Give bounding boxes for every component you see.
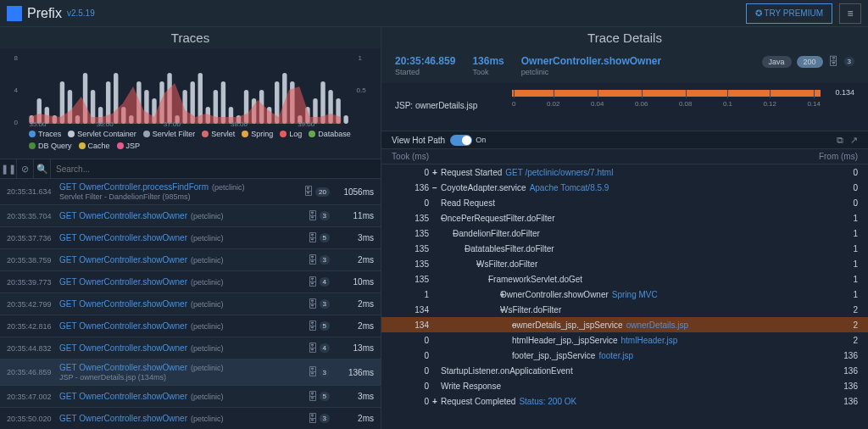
legend-item: Servlet Filter [143,130,196,138]
trace-row[interactable]: 20:35:44.832 GET OwnerController.showOwn… [0,337,381,359]
trace-timestamp: 20:35:50.020 [7,415,59,423]
span-row[interactable]: 135 − FrameworkServlet.doGet 1 [381,271,868,287]
trace-row[interactable]: 20:35:35.704 GET OwnerController.showOwn… [0,205,381,227]
span-list[interactable]: 0 + Request StartedGET /petclinic/owners… [381,164,868,429]
span-row[interactable]: 0 + Request CompletedStatus: 200 OK 136 [381,393,868,409]
span-row[interactable]: 0 + Request StartedGET /petclinic/owners… [381,164,868,180]
timeline-label: JSP: ownerDetails.jsp [395,101,505,110]
trace-list[interactable]: 20:35:31.634 GET OwnerController.process… [0,179,381,429]
span-took: 135 [392,259,429,269]
span-name: WsFilter.doFilter [476,259,537,269]
trace-duration: 3ms [335,233,374,242]
span-from: 2 [832,336,858,345]
db-count: 3 [320,211,330,220]
timeline-value: 0.134 [835,88,854,97]
svg-text:0.5: 0.5 [357,86,367,94]
span-row[interactable]: 134 − ownerDetails_jsp._jspServiceownerD… [381,317,868,332]
db-count: 4 [320,277,330,287]
span-row[interactable]: 135 − WsFilter.doFilter 1 [381,256,868,271]
trace-name: GET OwnerController.showOwner [59,211,187,220]
expand-icon[interactable]: − [429,244,465,254]
span-row[interactable]: 135 − DatatablesFilter.doFilter 1 [381,241,868,256]
span-row[interactable]: 0 Read Request 0 [381,195,868,210]
detail-controller: OwnerController.showOwner [521,55,661,67]
trace-duration: 2ms [335,321,374,331]
db-icon: 🗄 [308,391,318,403]
trace-timestamp: 20:35:37.736 [7,234,59,242]
trace-row[interactable]: 20:35:38.759 GET OwnerController.showOwn… [0,249,381,271]
trace-duration: 2ms [335,255,374,265]
span-from: 1 [832,290,858,299]
span-link[interactable]: GET /petclinic/owners/7.html [505,168,613,177]
db-count: 5 [320,392,330,401]
hot-path-label: View Hot Path [392,136,445,145]
pause-button[interactable]: ❚❚ [0,159,17,179]
span-row[interactable]: 136 − CoyoteAdapter.serviceApache Tomcat… [381,180,868,195]
span-took: 134 [392,320,429,330]
span-row[interactable]: 135 − OncePerRequestFilter.doFilter 1 [381,210,868,226]
span-link[interactable]: Apache Tomcat/8.5.9 [530,183,609,192]
span-row[interactable]: 0 Write Response 136 [381,378,868,393]
copy-icon[interactable]: ⧉ [837,135,843,146]
trace-name: GET OwnerController.showOwner [59,414,187,423]
expand-icon[interactable]: + [429,168,441,177]
from-header: From (ms) [819,152,858,161]
expand-icon[interactable]: − [429,275,488,284]
trace-duration: 11ms [335,211,374,220]
span-from: 1 [832,275,858,284]
trace-duration: 3ms [335,392,374,401]
span-link[interactable]: footer.jsp [598,351,633,360]
span-took: 0 [392,351,429,360]
trace-row[interactable]: 20:35:46.859 GET OwnerController.showOwn… [0,359,381,386]
db-count: 20 [315,187,330,197]
expand-icon[interactable]: − [429,305,500,315]
expand-icon[interactable]: − [429,320,512,330]
trace-row[interactable]: 20:35:31.634 GET OwnerController.process… [0,179,381,205]
trace-row[interactable]: 20:35:47.002 GET OwnerController.showOwn… [0,386,381,408]
clear-button[interactable]: ⊘ [17,159,34,179]
span-link[interactable]: ownerDetails.jsp [626,320,688,330]
trace-row[interactable]: 20:35:42.816 GET OwnerController.showOwn… [0,315,381,337]
menu-button[interactable]: ≡ [839,3,861,24]
trace-timestamp: 20:35:42.816 [7,322,59,331]
detail-took-label: Took [472,68,504,76]
expand-icon[interactable]: + [429,397,441,406]
popout-icon[interactable]: ↗ [850,135,858,146]
trace-row[interactable]: 20:35:50.020 GET OwnerController.showOwn… [0,408,381,429]
detail-started-label: Started [395,68,455,76]
span-link[interactable]: Spring MVC [612,290,658,299]
expand-icon[interactable]: − [429,259,476,269]
db-icon: 🗄 [308,276,318,288]
trace-row[interactable]: 20:35:39.773 GET OwnerController.showOwn… [0,271,381,293]
span-name: Read Request [441,198,495,208]
timeline-bar [512,90,821,97]
legend-item: Cache [79,142,110,150]
db-count: 3 [320,255,330,265]
span-took: 0 [392,382,429,391]
hot-path-toggle[interactable] [450,135,472,146]
trace-row[interactable]: 20:35:37.736 GET OwnerController.showOwn… [0,227,381,249]
expand-icon[interactable]: − [429,229,453,238]
span-row[interactable]: 134 − WsFilter.doFilter 2 [381,302,868,317]
trace-row[interactable]: 20:35:42.799 GET OwnerController.showOwn… [0,293,381,315]
try-premium-button[interactable]: ✪ TRY PREMIUM [746,3,832,24]
trace-name: GET OwnerController.showOwner [59,299,187,309]
span-link[interactable]: htmlHeader.jsp [621,336,678,345]
search-input[interactable] [51,164,381,174]
span-row[interactable]: 0 htmlHeader_jsp._jspServicehtmlHeader.j… [381,332,868,348]
span-row[interactable]: 1 + OwnerController.showOwnerSpring MVC … [381,287,868,302]
expand-icon[interactable]: − [429,214,441,223]
span-name: FrameworkServlet.doGet [488,275,582,284]
trace-details-title: Trace Details [381,27,868,48]
span-took: 0 [392,168,429,177]
db-icon: 🗄 [308,298,318,310]
span-row[interactable]: 135 − DandelionFilter.doFilter 1 [381,226,868,241]
span-row[interactable]: 0 StartupListener.onApplicationEvent 136 [381,363,868,378]
expand-icon[interactable]: − [429,183,441,192]
span-name: DatatablesFilter.doFilter [465,244,554,254]
span-name: CoyoteAdapter.service [441,183,526,192]
span-link[interactable]: Status: 200 OK [519,397,576,406]
svg-text:36:00: 36:00 [97,120,114,128]
span-row[interactable]: 0 footer_jsp._jspServicefooter.jsp 136 [381,348,868,363]
expand-icon[interactable]: + [429,290,500,299]
